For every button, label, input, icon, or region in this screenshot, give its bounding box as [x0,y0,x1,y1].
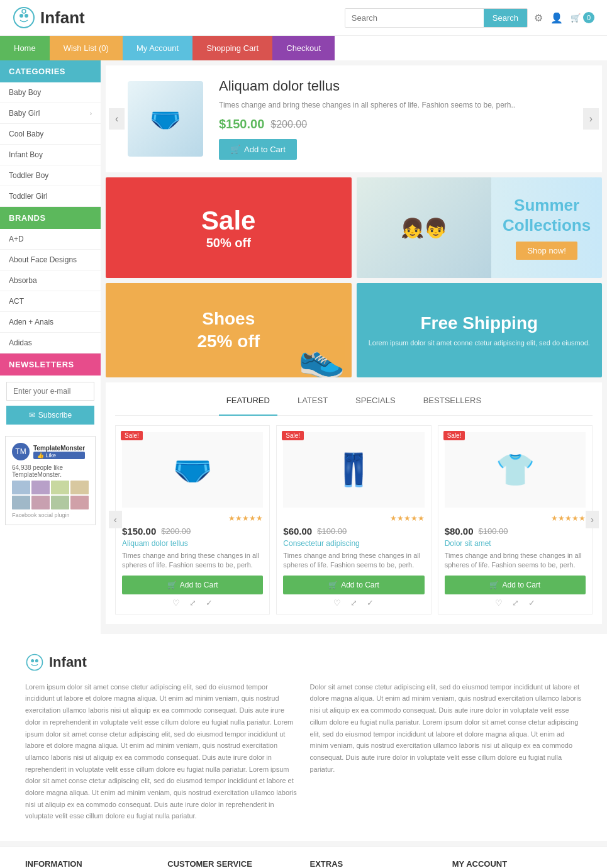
product-actions-2: ♡ ⤢ ✓ [283,598,424,608]
sidebar-brand-adidas[interactable]: Adidas [0,333,101,353]
newsletter-box: ✉ Subscribe [0,376,101,431]
tab-featured[interactable]: FEATURED [219,392,277,416]
product-name-1[interactable]: Aliquam dolor tellus [122,539,263,548]
product-stars-1: ★★★★★ [122,514,263,523]
sidebar-item-infantboy[interactable]: Infant Boy [0,145,101,165]
footer-nav-grid: INFORMATION About Us Delivery Informatio… [25,859,582,868]
sidebar-brand-ad[interactable]: A+D [0,229,101,250]
header-right: Search ⚙ 👤 🛒 0 [345,8,594,28]
sidebar: CATEGORIES Baby Boy Baby Girl › Cool Bab… [0,60,101,634]
compare-icon-2[interactable]: ⤢ [350,598,357,608]
nav-wishlist[interactable]: Wish List (0) [50,36,123,60]
promo-row-1: Sale 50% off 👧👦 Summer Collections Shop … [106,177,602,278]
hero-prev-button[interactable]: ‹ [109,108,125,130]
tab-specials[interactable]: SPECIALS [348,392,403,409]
product-price-old-3: $100.00 [479,526,508,536]
product-price-current-3: $80.00 [445,526,474,537]
promo-summer-button[interactable]: Shop now! [516,242,577,260]
sidebar-item-toddlergirl[interactable]: Toddler Girl [0,186,101,207]
newsletter-input[interactable] [6,382,94,401]
search-input[interactable] [345,9,484,27]
hero-price: $150.00 $200.00 [219,117,583,131]
footer-info-title: INFORMATION [25,859,155,868]
footer-para-1: Lorem ipsum dolor sit amet conse ctetur … [25,681,298,822]
search-button[interactable]: Search [484,9,527,27]
svg-point-5 [31,659,34,662]
sidebar-brand-aboutface[interactable]: About Face Designs [0,250,101,270]
product-actions-3: ♡ ⤢ ✓ [445,598,586,608]
fb-photos [12,481,89,509]
nav-account[interactable]: My Account [123,36,192,60]
main-nav: Home Wish List (0) My Account Shopping C… [0,36,607,60]
categories-list: Baby Boy Baby Girl › Cool Baby Infant Bo… [0,82,101,207]
fb-like-btn[interactable]: 👍 Like [33,452,85,459]
sale-badge-2: Sale! [282,431,304,440]
nav-home[interactable]: Home [0,36,50,60]
logo-text: Infant [40,8,85,28]
sidebar-item-babygirl[interactable]: Baby Girl › [0,103,101,124]
hero-add-to-cart-button[interactable]: 🛒 Add to Cart [219,139,297,160]
footer-info: Infant Lorem ipsum dolor sit amet conse … [0,634,607,841]
promo-sale-text: Sale [201,206,255,236]
quickview-icon-3[interactable]: ✓ [528,598,535,608]
fb-photo [70,481,89,494]
sidebar-item-coolbaby[interactable]: Cool Baby [0,124,101,145]
footer-nav: INFORMATION About Us Delivery Informatio… [0,846,607,868]
header: Infant Search ⚙ 👤 🛒 0 [0,0,607,36]
sidebar-brand-act[interactable]: ACT [0,291,101,312]
fb-photo [70,496,89,509]
brands-title: BRANDS [0,207,101,229]
compare-icon-1[interactable]: ⤢ [189,598,196,608]
product-add-btn-1[interactable]: 🛒 Add to Cart [122,576,263,594]
sidebar-brand-absorba[interactable]: Absorba [0,270,101,291]
product-price-old-2: $100.00 [317,526,347,536]
footer-columns: Lorem ipsum dolor sit amet conse ctetur … [25,681,582,822]
featured-prev-button[interactable]: ‹ [109,511,122,528]
fb-photo [31,481,50,494]
footer-logo-icon [25,653,44,672]
wishlist-icon-3[interactable]: ♡ [495,598,503,608]
subscribe-button[interactable]: ✉ Subscribe [6,406,94,425]
tab-bestsellers[interactable]: BESTSELLERS [416,392,489,409]
product-name-3[interactable]: Dolor sit amet [445,539,586,548]
settings-icon[interactable]: ⚙ [534,12,543,24]
cart-icon[interactable]: 🛒 0 [571,12,594,23]
footer-extras-title: EXTRAS [310,859,440,868]
arrow-icon: › [90,110,92,117]
wishlist-icon-1[interactable]: ♡ [172,598,180,608]
promo-summer-text: Summer Collections Shop now! [491,186,602,269]
product-add-btn-3[interactable]: 🛒 Add to Cart [445,576,586,594]
svg-point-6 [35,659,38,662]
sidebar-brand-aden[interactable]: Aden + Anais [0,312,101,333]
sidebar-item-toddlerboy[interactable]: Toddler Boy [0,165,101,186]
nav-checkout[interactable]: Checkout [272,36,335,60]
fb-brand-name: TemplateMonster [33,445,85,452]
search-bar: Search [345,8,528,28]
footer-info-col: INFORMATION About Us Delivery Informatio… [25,859,155,868]
brands-list: A+D About Face Designs Absorba ACT Aden … [0,229,101,353]
fb-photo [12,481,30,494]
featured-next-button[interactable]: › [586,511,599,528]
user-icon[interactable]: 👤 [550,12,563,24]
product-name-2[interactable]: Consectetur adipiscing [283,539,424,548]
product-price-3: $80.00 $100.00 [445,526,586,537]
promo-summer: 👧👦 Summer Collections Shop now! [357,177,603,278]
featured-products: ‹ Sale! 🩲 ★★★★★ $150.00 $200.00 Aliquam … [115,425,593,615]
product-add-btn-2[interactable]: 🛒 Add to Cart [283,576,424,594]
fb-photo [51,481,69,494]
promo-summer-image: 👧👦 [357,177,492,278]
logo-icon [13,6,35,29]
compare-icon-3[interactable]: ⤢ [512,598,519,608]
sale-badge-1: Sale! [121,431,143,440]
categories-title: CATEGORIES [0,60,101,82]
hero-next-button[interactable]: › [583,108,599,130]
sidebar-item-babyboy[interactable]: Baby Boy [0,82,101,103]
promo-summer-bg: 👧👦 Summer Collections Shop now! [357,177,603,278]
wishlist-icon-2[interactable]: ♡ [333,598,341,608]
tab-latest[interactable]: LATEST [290,392,335,409]
fb-header: TM TemplateMonster 👍 Like [12,443,89,460]
nav-cart[interactable]: Shopping Cart [192,36,272,60]
quickview-icon-2[interactable]: ✓ [367,598,374,608]
quickview-icon-1[interactable]: ✓ [206,598,213,608]
product-price-2: $60.00 $100.00 [283,526,424,537]
